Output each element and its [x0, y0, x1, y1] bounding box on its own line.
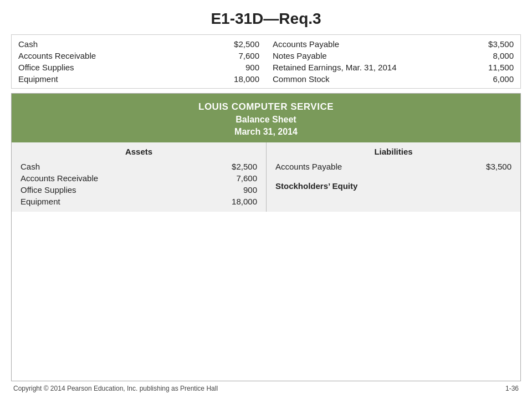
row-label: Accounts Payable [273, 39, 475, 49]
top-data-row: Accounts Payable$3,500 [273, 38, 514, 50]
top-left-col: Cash$2,500Accounts Receivable7,600Office… [12, 35, 266, 88]
row-label: Notes Payable [273, 51, 475, 60]
bs-body: Assets Cash$2,500Accounts Receivable7,60… [12, 142, 520, 212]
row-value: 11,500 [475, 63, 514, 72]
asset-value: $2,500 [218, 162, 257, 171]
page-title: E1-31D—Req.3 [11, 6, 521, 28]
top-data-row: Common Stock6,000 [273, 73, 514, 85]
asset-row: Cash$2,500 [21, 161, 257, 172]
row-label: Retained Earnings, Mar. 31, 2014 [273, 63, 475, 72]
assets-header: Assets [21, 147, 257, 156]
row-label: Cash [18, 39, 221, 49]
row-value: $2,500 [221, 39, 259, 49]
asset-label: Accounts Receivable [21, 173, 218, 183]
row-value: $3,500 [475, 39, 514, 49]
assets-col: Assets Cash$2,500Accounts Receivable7,60… [12, 142, 266, 212]
top-data-row: Accounts Receivable7,600 [18, 50, 259, 62]
top-data-row: Office Supplies900 [18, 62, 259, 73]
row-value: 6,000 [475, 74, 514, 84]
top-right-col: Accounts Payable$3,500Notes Payable8,000… [266, 35, 520, 88]
row-label: Office Supplies [18, 63, 221, 72]
top-data-table: Cash$2,500Accounts Receivable7,600Office… [11, 34, 521, 89]
liability-value: $3,500 [473, 162, 511, 171]
liabilities-col: Liabilities Accounts Payable$3,500Stockh… [266, 142, 520, 212]
asset-row: Office Supplies900 [21, 184, 257, 196]
equity-header: Stockholders’ Equity [275, 181, 511, 191]
top-data-row: Equipment18,000 [18, 73, 259, 85]
asset-row: Accounts Receivable7,600 [21, 172, 257, 184]
row-label: Accounts Receivable [18, 51, 221, 60]
row-value: 900 [221, 63, 259, 72]
top-data-row: Cash$2,500 [18, 38, 259, 50]
asset-label: Cash [21, 162, 218, 171]
row-value: 18,000 [221, 74, 259, 84]
asset-value: 7,600 [218, 173, 257, 183]
footer: Copyright © 2014 Pearson Education, Inc.… [11, 381, 521, 393]
sheet-name: Balance Sheet [12, 115, 520, 125]
top-data-row: Retained Earnings, Mar. 31, 201411,500 [273, 62, 514, 73]
sheet-date: March 31, 2014 [12, 127, 520, 137]
liability-row: Accounts Payable$3,500 [275, 161, 511, 172]
copyright: Copyright © 2014 Pearson Education, Inc.… [13, 385, 218, 392]
asset-value: 18,000 [218, 197, 257, 206]
top-data-row: Notes Payable8,000 [273, 50, 514, 62]
bs-header: LOUIS COMPUTER SERVICE Balance Sheet Mar… [12, 94, 520, 142]
page-number: 1-36 [505, 385, 519, 392]
company-name: LOUIS COMPUTER SERVICE [12, 101, 520, 112]
row-label: Equipment [18, 74, 221, 84]
row-label: Common Stock [273, 74, 475, 84]
asset-row: Equipment18,000 [21, 196, 257, 207]
liabilities-header: Liabilities [275, 147, 511, 156]
asset-label: Office Supplies [21, 185, 218, 195]
asset-value: 900 [218, 185, 257, 195]
row-value: 7,600 [221, 51, 259, 60]
asset-label: Equipment [21, 197, 218, 206]
liability-label: Accounts Payable [275, 162, 473, 171]
balance-sheet: LOUIS COMPUTER SERVICE Balance Sheet Mar… [11, 93, 521, 381]
row-value: 8,000 [475, 51, 514, 60]
